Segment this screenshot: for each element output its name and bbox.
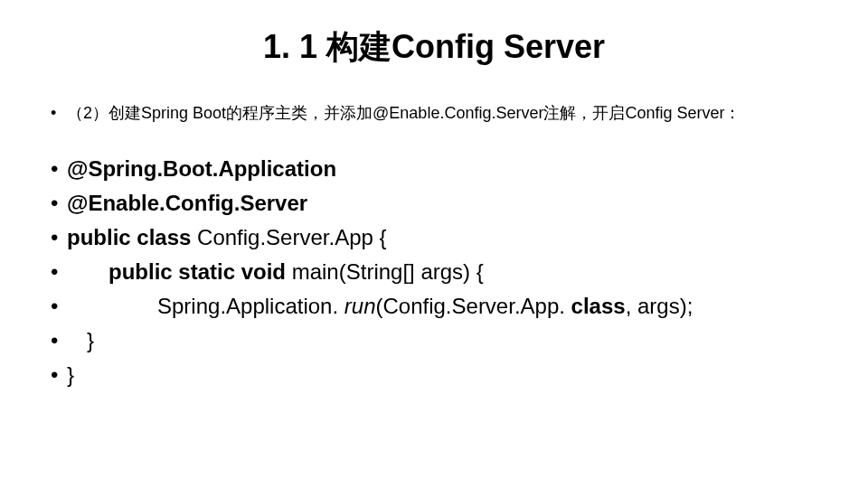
bullet-icon: • <box>51 294 67 319</box>
code-text: @Spring.Boot.Application <box>67 156 336 181</box>
code-text: } <box>67 328 94 353</box>
bullet-icon: • <box>51 225 67 250</box>
slide: 1. 1 构建Config Server • （2）创建Spring Boot的… <box>0 0 868 488</box>
code-text: public class Config.Server.App { <box>67 225 387 250</box>
bullet-icon: • <box>51 259 67 285</box>
code-line-1: • @Spring.Boot.Application <box>51 156 832 182</box>
bullet-icon: • <box>51 156 67 182</box>
code-text: Spring.Application. run(Config.Server.Ap… <box>67 294 693 319</box>
slide-body: • （2）创建Spring Boot的程序主类，并添加@Enable.Confi… <box>0 70 868 388</box>
code-line-4: • public static void main(String[] args)… <box>51 259 832 285</box>
bullet-icon: • <box>51 191 67 216</box>
bullet-icon: • <box>51 104 67 123</box>
code-text: @Enable.Config.Server <box>67 191 307 215</box>
code-line-5: • Spring.Application. run(Config.Server.… <box>51 294 832 319</box>
code-text: public static void main(String[] args) { <box>67 259 484 285</box>
code-line-3: • public class Config.Server.App { <box>51 225 832 250</box>
step-line: • （2）创建Spring Boot的程序主类，并添加@Enable.Confi… <box>51 102 832 124</box>
step-text: （2）创建Spring Boot的程序主类，并添加@Enable.Config.… <box>67 102 741 124</box>
bullet-icon: • <box>51 328 67 353</box>
slide-title: 1. 1 构建Config Server <box>0 0 868 70</box>
bullet-icon: • <box>51 362 67 388</box>
code-line-7: • } <box>51 362 832 388</box>
code-line-2: • @Enable.Config.Server <box>51 191 832 216</box>
code-text: } <box>67 362 74 388</box>
code-line-6: • } <box>51 328 832 353</box>
